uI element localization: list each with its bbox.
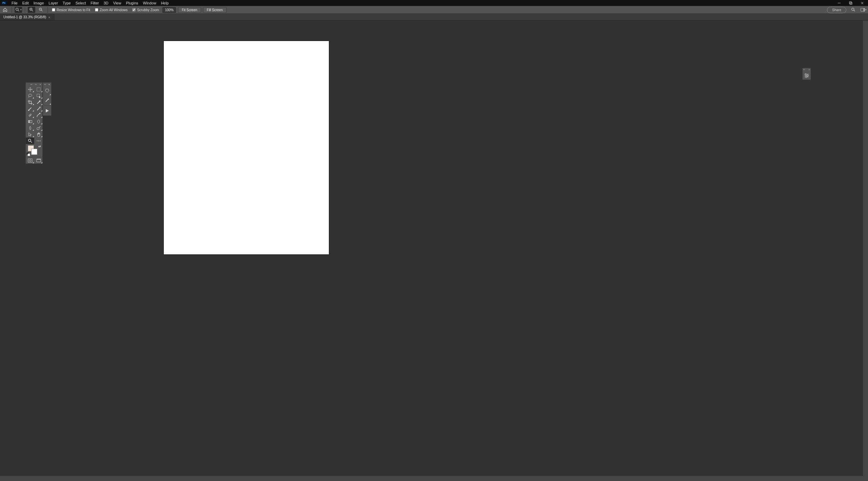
svg-rect-20	[37, 87, 40, 91]
svg-line-28	[37, 101, 39, 104]
blur-tool[interactable]	[26, 125, 34, 131]
tool-preset-icon[interactable]: ▾	[15, 7, 22, 13]
color-swatches[interactable]: ⇄	[26, 144, 42, 157]
spot-brush-tool[interactable]	[43, 96, 51, 105]
screen-mode-tool[interactable]	[34, 157, 43, 164]
menu-window[interactable]: Window	[141, 0, 159, 6]
svg-line-13	[41, 10, 43, 12]
panel-close-icon[interactable]: ×	[48, 83, 51, 86]
menubar: FileEditImageLayerTypeSelectFilter3DView…	[9, 0, 171, 6]
panel-close-icon[interactable]: ×	[39, 83, 42, 86]
resize-windows-checkbox[interactable]: Resize Windows to Fit	[51, 8, 92, 12]
document-canvas[interactable]	[164, 41, 329, 254]
home-icon[interactable]	[1, 7, 9, 13]
svg-point-52	[48, 99, 49, 100]
hand-tool[interactable]	[34, 131, 43, 138]
zoom-value-field[interactable]	[162, 7, 176, 13]
svg-line-10	[32, 10, 33, 12]
menu-filter[interactable]: Filter	[88, 0, 101, 6]
svg-point-45	[38, 140, 39, 141]
history-brush-tool[interactable]	[34, 105, 43, 112]
svg-point-5	[16, 8, 18, 11]
zoom-tool[interactable]	[26, 138, 34, 144]
svg-line-15	[854, 10, 855, 12]
eyedropper-tool[interactable]	[34, 99, 43, 105]
menu-help[interactable]: Help	[159, 0, 171, 6]
quick-mask-tool[interactable]	[26, 157, 34, 164]
menu-type[interactable]: Type	[60, 0, 73, 6]
window-maximize[interactable]	[845, 0, 856, 6]
svg-point-46	[40, 140, 40, 141]
panel-collapse-icon[interactable]: ‹‹	[30, 83, 33, 86]
selection-tool[interactable]	[34, 92, 43, 99]
document-tab-title: Untitled-1 @ 33.3% (RGB/8)	[3, 15, 46, 19]
horizontal-scrollbar[interactable]	[0, 476, 863, 481]
svg-rect-1	[849, 2, 851, 4]
mixer-brush-tool[interactable]	[34, 112, 43, 118]
healing-tool[interactable]	[26, 112, 34, 118]
menu-plugins[interactable]: Plugins	[123, 0, 140, 6]
canvas-viewport[interactable]	[0, 21, 863, 476]
zoom-out-icon[interactable]	[37, 7, 45, 13]
tools-panel[interactable]: ‹‹ ›› × ⇄	[25, 82, 43, 164]
scrubby-zoom-checkbox[interactable]: Scrubby Zoom	[131, 8, 160, 12]
menu-file[interactable]: File	[9, 0, 20, 6]
menu-3d[interactable]: 3D	[101, 0, 111, 6]
svg-point-42	[28, 139, 31, 141]
lasso-tool[interactable]	[26, 92, 34, 99]
crop-tool[interactable]	[26, 99, 34, 105]
smudge-tool[interactable]	[34, 118, 43, 125]
panel-collapse-icon[interactable]: ‹‹	[44, 83, 46, 86]
fit-screen-button[interactable]: Fit Screen	[178, 7, 201, 13]
zoom-all-checkbox[interactable]: Zoom All Windows	[94, 8, 129, 12]
tools-extra-panel[interactable]: ‹‹ ×	[43, 82, 52, 116]
move-tool[interactable]	[26, 86, 34, 92]
svg-point-44	[37, 140, 37, 141]
options-bar: ▾ Resize Windows to Fit Zoom All Windows…	[0, 6, 868, 14]
menu-image[interactable]: Image	[31, 0, 46, 6]
swap-colors-icon[interactable]: ⇄	[38, 145, 41, 148]
patch-tool[interactable]	[43, 86, 51, 96]
panel-close-icon[interactable]: ×	[808, 68, 810, 71]
play-action-tool[interactable]	[43, 106, 51, 116]
background-color[interactable]	[31, 149, 37, 155]
vertical-scrollbar[interactable]	[863, 21, 868, 476]
svg-point-55	[805, 74, 806, 75]
svg-point-48	[29, 160, 31, 161]
svg-marker-41	[28, 132, 31, 136]
workspace-switcher-icon[interactable]: ▾	[861, 7, 867, 13]
window-buttons	[833, 0, 868, 6]
default-colors-icon[interactable]	[27, 153, 30, 156]
marquee-tool[interactable]	[34, 86, 43, 92]
gradient-tool[interactable]	[26, 118, 34, 125]
svg-rect-17	[863, 8, 865, 12]
svg-rect-50	[37, 159, 41, 159]
menu-edit[interactable]: Edit	[20, 0, 31, 6]
window-close[interactable]	[856, 0, 868, 6]
app-badge: Ps	[1, 1, 6, 5]
panel-expand-icon[interactable]: ››	[34, 83, 37, 86]
fill-screen-button[interactable]: Fill Screen	[203, 7, 226, 13]
more-tool[interactable]	[34, 138, 43, 144]
path-select-tool[interactable]	[26, 131, 34, 138]
dodge-tool[interactable]	[34, 125, 43, 131]
menu-layer[interactable]: Layer	[46, 0, 60, 6]
panel-collapse-icon[interactable]: ‹‹	[803, 68, 805, 71]
svg-point-36	[39, 113, 40, 114]
dock-collapsed-panel[interactable]: ‹‹×	[802, 68, 811, 80]
close-icon[interactable]: ×	[48, 15, 50, 19]
zoom-in-icon[interactable]	[28, 7, 35, 13]
svg-rect-49	[37, 159, 41, 162]
menu-select[interactable]: Select	[73, 0, 88, 6]
document-tabs: Untitled-1 @ 33.3% (RGB/8) ×	[0, 14, 868, 21]
share-button[interactable]: Share	[827, 7, 846, 13]
document-tab[interactable]: Untitled-1 @ 33.3% (RGB/8) ×	[0, 14, 54, 20]
window-minimize[interactable]	[833, 0, 845, 6]
menu-view[interactable]: View	[111, 0, 124, 6]
svg-marker-23	[39, 96, 40, 98]
svg-point-59	[806, 76, 807, 78]
brush-tool[interactable]	[26, 105, 34, 112]
search-icon[interactable]	[850, 7, 856, 13]
adjustments-icon[interactable]	[803, 71, 811, 80]
svg-rect-38	[28, 120, 30, 123]
